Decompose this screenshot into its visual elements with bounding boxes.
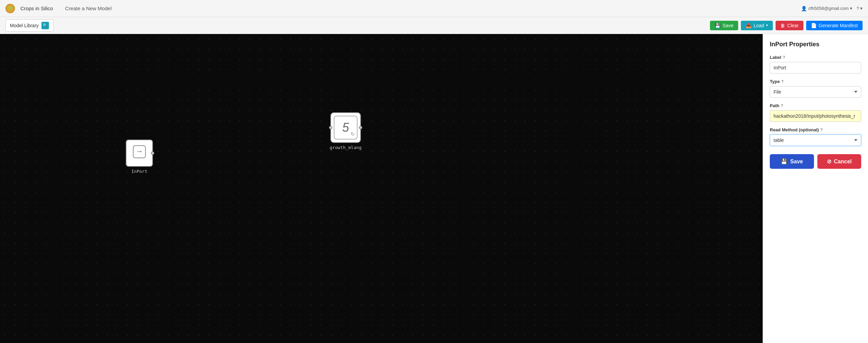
read-method-select[interactable]: table csv json none [770, 134, 861, 146]
read-method-help-icon[interactable]: ? [820, 128, 822, 132]
path-help-icon[interactable]: ? [781, 103, 783, 108]
panel-cancel-label: Cancel [834, 159, 852, 165]
help-icon: ? [856, 6, 859, 11]
growth-node-box[interactable]: 5 ↻ [330, 112, 361, 143]
label-help-icon[interactable]: ? [783, 55, 785, 60]
app-name: Crops in Silico [20, 5, 53, 11]
load-dropdown-arrow: ▾ [766, 23, 768, 28]
nav-right: 👤 cfh5058@gmail.com ▾ ? ▾ [801, 6, 863, 11]
panel-actions: 💾 Save ⊘ Cancel [770, 154, 861, 169]
user-dropdown-arrow: ▾ [850, 6, 852, 11]
type-field-text: Type [770, 79, 780, 84]
type-field-label: Type ? [770, 79, 861, 84]
secondary-toolbar: Model Library 🔍 💾 Save 📥 Load ▾ 🗑 Clear … [0, 17, 868, 34]
clear-icon: 🗑 [780, 23, 785, 28]
growth-left-port[interactable] [329, 126, 332, 129]
path-field-group: Path ? [770, 103, 861, 122]
inport-node-icon: → [133, 145, 146, 161]
model-library-label: Model Library [10, 23, 39, 28]
label-field-label: Label ? [770, 55, 861, 60]
panel-save-icon: 💾 [781, 158, 787, 165]
manifest-icon: 📄 [811, 23, 817, 28]
load-label: Load [753, 23, 764, 28]
help-dropdown-arrow: ▾ [860, 6, 863, 11]
nav-separator [58, 6, 60, 11]
model-library-button[interactable]: Model Library 🔍 [5, 19, 53, 32]
canvas-area[interactable]: → InPort 5 ↻ growth_mlang InPort Propert… [0, 34, 868, 343]
path-input[interactable] [770, 110, 861, 122]
inport-node-label: InPort [132, 169, 147, 174]
manifest-label: Generate Manifest [819, 23, 858, 28]
growth-right-port[interactable] [359, 126, 362, 129]
load-icon: 📥 [746, 23, 751, 28]
label-field-text: Label [770, 55, 781, 60]
top-nav: 🌱 Crops in Silico Create a New Model 👤 c… [0, 0, 868, 17]
model-library-search-icon: 🔍 [41, 22, 49, 29]
growth-node-label: growth_mlang [330, 145, 362, 150]
path-field-label: Path ? [770, 103, 861, 108]
inport-node-box[interactable]: → [126, 140, 153, 167]
read-method-field-label: Read Method (optional) ? [770, 127, 861, 132]
user-email: cfh5058@gmail.com [808, 6, 849, 11]
clear-label: Clear [787, 23, 798, 28]
growth-swirl-icon: ↻ [351, 131, 355, 137]
user-menu[interactable]: 👤 cfh5058@gmail.com ▾ [801, 6, 852, 11]
save-button[interactable]: 💾 Save [710, 21, 738, 30]
app-logo: 🌱 [5, 4, 15, 13]
load-button[interactable]: 📥 Load ▾ [741, 21, 773, 30]
panel-cancel-icon: ⊘ [827, 158, 831, 165]
label-field-group: Label ? [770, 55, 861, 74]
type-select[interactable]: File Directory String Number [770, 86, 861, 98]
svg-text:→: → [136, 147, 143, 156]
inport-node[interactable]: → InPort [126, 140, 153, 174]
panel-save-label: Save [790, 159, 803, 165]
clear-button[interactable]: 🗑 Clear [776, 21, 803, 30]
read-method-field-text: Read Method (optional) [770, 127, 819, 132]
generate-manifest-button[interactable]: 📄 Generate Manifest [806, 21, 863, 30]
help-button[interactable]: ? ▾ [856, 6, 863, 11]
type-field-group: Type ? File Directory String Number [770, 79, 861, 98]
nav-page-title: Create a New Model [65, 5, 112, 11]
panel-cancel-button[interactable]: ⊘ Cancel [817, 154, 862, 169]
save-label: Save [723, 23, 733, 28]
read-method-field-group: Read Method (optional) ? table csv json … [770, 127, 861, 146]
type-help-icon[interactable]: ? [781, 79, 783, 84]
save-icon: 💾 [715, 23, 721, 28]
properties-panel: InPort Properties Label ? Type ? File Di… [763, 34, 868, 343]
panel-save-button[interactable]: 💾 Save [770, 154, 814, 169]
path-field-text: Path [770, 103, 779, 108]
growth-node-inner: 5 ↻ [334, 116, 358, 140]
panel-title: InPort Properties [770, 41, 861, 48]
growth-node-number: 5 [342, 120, 349, 135]
user-icon: 👤 [801, 6, 807, 11]
label-input[interactable] [770, 62, 861, 74]
toolbar-actions: 💾 Save 📥 Load ▾ 🗑 Clear 📄 Generate Manif… [710, 21, 863, 30]
inport-right-port[interactable] [151, 151, 154, 155]
growth-mlang-node[interactable]: 5 ↻ growth_mlang [330, 112, 362, 150]
